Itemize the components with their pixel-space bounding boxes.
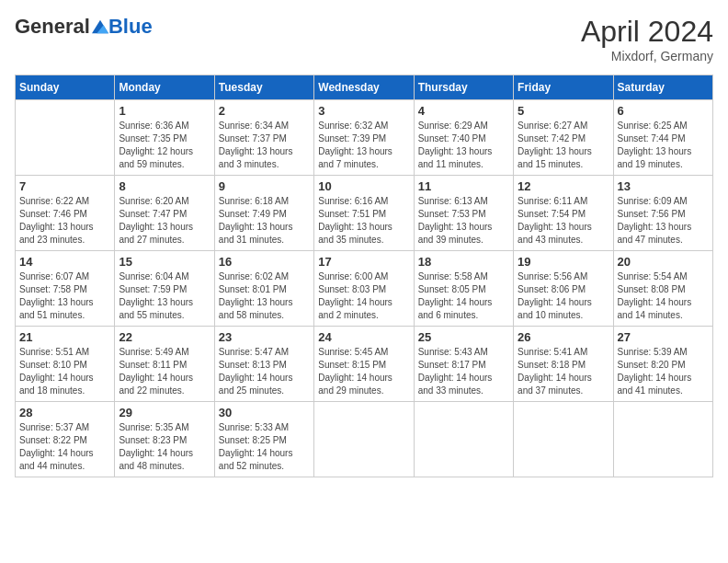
day-number: 23	[219, 330, 310, 344]
calendar-cell: 17Sunrise: 6:00 AMSunset: 8:03 PMDayligh…	[314, 251, 414, 327]
calendar-cell: 20Sunrise: 5:54 AMSunset: 8:08 PMDayligh…	[613, 251, 712, 327]
day-number: 1	[119, 104, 210, 118]
day-info: Sunrise: 5:49 AMSunset: 8:11 PMDaylight:…	[119, 346, 210, 397]
day-info: Sunrise: 6:32 AMSunset: 7:39 PMDaylight:…	[318, 120, 409, 171]
day-number: 22	[119, 330, 210, 344]
calendar-cell: 9Sunrise: 6:18 AMSunset: 7:49 PMDaylight…	[214, 176, 313, 251]
day-number: 30	[219, 406, 310, 419]
calendar-cell	[16, 100, 115, 176]
day-number: 6	[618, 104, 709, 118]
day-number: 12	[518, 179, 609, 193]
calendar-week-row: 28Sunrise: 5:37 AMSunset: 8:22 PMDayligh…	[16, 402, 713, 477]
day-info: Sunrise: 6:27 AMSunset: 7:42 PMDaylight:…	[518, 120, 609, 171]
day-info: Sunrise: 6:29 AMSunset: 7:40 PMDaylight:…	[418, 120, 509, 171]
day-number: 25	[418, 330, 509, 344]
day-info: Sunrise: 6:11 AMSunset: 7:54 PMDaylight:…	[518, 195, 609, 247]
calendar-cell: 16Sunrise: 6:02 AMSunset: 8:01 PMDayligh…	[214, 251, 313, 327]
day-number: 2	[219, 104, 310, 118]
calendar-cell: 4Sunrise: 6:29 AMSunset: 7:40 PMDaylight…	[414, 100, 513, 176]
day-info: Sunrise: 5:37 AMSunset: 8:22 PMDaylight:…	[19, 421, 110, 473]
day-number: 24	[318, 330, 409, 344]
calendar-cell: 15Sunrise: 6:04 AMSunset: 7:59 PMDayligh…	[115, 251, 214, 327]
calendar-week-row: 1Sunrise: 6:36 AMSunset: 7:35 PMDaylight…	[16, 100, 713, 176]
day-info: Sunrise: 5:47 AMSunset: 8:13 PMDaylight:…	[219, 346, 310, 397]
day-info: Sunrise: 6:16 AMSunset: 7:51 PMDaylight:…	[318, 195, 409, 247]
calendar-cell: 26Sunrise: 5:41 AMSunset: 8:18 PMDayligh…	[514, 327, 613, 402]
header-day: Sunday	[16, 75, 115, 100]
day-number: 10	[318, 179, 409, 193]
calendar-header: SundayMondayTuesdayWednesdayThursdayFrid…	[16, 75, 713, 100]
calendar-cell: 1Sunrise: 6:36 AMSunset: 7:35 PMDaylight…	[115, 100, 214, 176]
calendar-cell: 11Sunrise: 6:13 AMSunset: 7:53 PMDayligh…	[414, 176, 513, 251]
day-number: 13	[618, 179, 709, 193]
day-number: 28	[19, 406, 110, 419]
calendar-cell	[514, 402, 613, 477]
day-info: Sunrise: 5:35 AMSunset: 8:23 PMDaylight:…	[119, 421, 210, 473]
day-info: Sunrise: 6:34 AMSunset: 7:37 PMDaylight:…	[219, 120, 310, 171]
day-number: 7	[19, 179, 110, 193]
header-day: Saturday	[613, 75, 712, 100]
calendar-cell: 22Sunrise: 5:49 AMSunset: 8:11 PMDayligh…	[115, 327, 214, 402]
calendar-week-row: 14Sunrise: 6:07 AMSunset: 7:58 PMDayligh…	[16, 251, 713, 327]
calendar-week-row: 21Sunrise: 5:51 AMSunset: 8:10 PMDayligh…	[16, 327, 713, 402]
day-number: 21	[19, 330, 110, 344]
day-number: 9	[219, 179, 310, 193]
day-number: 29	[119, 406, 210, 419]
logo-general: General	[15, 15, 90, 39]
day-number: 4	[418, 104, 509, 118]
logo-icon	[92, 18, 108, 35]
location: Mixdorf, Germany	[581, 49, 713, 63]
calendar-cell: 10Sunrise: 6:16 AMSunset: 7:51 PMDayligh…	[314, 176, 414, 251]
day-number: 17	[318, 255, 409, 269]
calendar-cell: 23Sunrise: 5:47 AMSunset: 8:13 PMDayligh…	[214, 327, 313, 402]
calendar-cell: 13Sunrise: 6:09 AMSunset: 7:56 PMDayligh…	[613, 176, 712, 251]
calendar-table: SundayMondayTuesdayWednesdayThursdayFrid…	[15, 75, 713, 477]
logo-blue: Blue	[108, 15, 153, 39]
day-number: 19	[518, 255, 609, 269]
day-info: Sunrise: 6:25 AMSunset: 7:44 PMDaylight:…	[618, 120, 709, 171]
calendar-cell: 6Sunrise: 6:25 AMSunset: 7:44 PMDaylight…	[613, 100, 712, 176]
page-header: General Blue April 2024 Mixdorf, Germany	[15, 15, 713, 63]
header-day: Monday	[115, 75, 214, 100]
day-info: Sunrise: 6:00 AMSunset: 8:03 PMDaylight:…	[318, 270, 409, 322]
calendar-cell: 2Sunrise: 6:34 AMSunset: 7:37 PMDaylight…	[214, 100, 313, 176]
day-info: Sunrise: 6:13 AMSunset: 7:53 PMDaylight:…	[418, 195, 509, 247]
day-number: 27	[618, 330, 709, 344]
header-day: Tuesday	[214, 75, 313, 100]
day-number: 8	[119, 179, 210, 193]
calendar-cell: 14Sunrise: 6:07 AMSunset: 7:58 PMDayligh…	[16, 251, 115, 327]
day-info: Sunrise: 5:54 AMSunset: 8:08 PMDaylight:…	[618, 270, 709, 322]
calendar-cell: 28Sunrise: 5:37 AMSunset: 8:22 PMDayligh…	[16, 402, 115, 477]
day-info: Sunrise: 5:51 AMSunset: 8:10 PMDaylight:…	[19, 346, 110, 397]
day-number: 18	[418, 255, 509, 269]
calendar-cell: 8Sunrise: 6:20 AMSunset: 7:47 PMDaylight…	[115, 176, 214, 251]
title-block: April 2024 Mixdorf, Germany	[581, 15, 713, 63]
day-info: Sunrise: 6:18 AMSunset: 7:49 PMDaylight:…	[219, 195, 310, 247]
header-day: Wednesday	[314, 75, 414, 100]
calendar-cell: 30Sunrise: 5:33 AMSunset: 8:25 PMDayligh…	[214, 402, 313, 477]
calendar-cell: 29Sunrise: 5:35 AMSunset: 8:23 PMDayligh…	[115, 402, 214, 477]
calendar-cell: 5Sunrise: 6:27 AMSunset: 7:42 PMDaylight…	[514, 100, 613, 176]
day-info: Sunrise: 6:20 AMSunset: 7:47 PMDaylight:…	[119, 195, 210, 247]
calendar-cell: 21Sunrise: 5:51 AMSunset: 8:10 PMDayligh…	[16, 327, 115, 402]
day-info: Sunrise: 6:04 AMSunset: 7:59 PMDaylight:…	[119, 270, 210, 322]
header-day: Thursday	[414, 75, 513, 100]
day-info: Sunrise: 5:39 AMSunset: 8:20 PMDaylight:…	[618, 346, 709, 397]
day-number: 20	[618, 255, 709, 269]
header-day: Friday	[514, 75, 613, 100]
day-info: Sunrise: 6:36 AMSunset: 7:35 PMDaylight:…	[119, 120, 210, 171]
calendar-cell: 12Sunrise: 6:11 AMSunset: 7:54 PMDayligh…	[514, 176, 613, 251]
day-info: Sunrise: 6:07 AMSunset: 7:58 PMDaylight:…	[19, 270, 110, 322]
day-number: 11	[418, 179, 509, 193]
calendar-cell: 3Sunrise: 6:32 AMSunset: 7:39 PMDaylight…	[314, 100, 414, 176]
day-number: 3	[318, 104, 409, 118]
calendar-cell: 18Sunrise: 5:58 AMSunset: 8:05 PMDayligh…	[414, 251, 513, 327]
day-number: 26	[518, 330, 609, 344]
calendar-cell: 25Sunrise: 5:43 AMSunset: 8:17 PMDayligh…	[414, 327, 513, 402]
day-info: Sunrise: 5:41 AMSunset: 8:18 PMDaylight:…	[518, 346, 609, 397]
day-info: Sunrise: 5:58 AMSunset: 8:05 PMDaylight:…	[418, 270, 509, 322]
calendar-cell: 19Sunrise: 5:56 AMSunset: 8:06 PMDayligh…	[514, 251, 613, 327]
day-info: Sunrise: 6:09 AMSunset: 7:56 PMDaylight:…	[618, 195, 709, 247]
day-info: Sunrise: 5:33 AMSunset: 8:25 PMDaylight:…	[219, 421, 310, 473]
month-title: April 2024	[581, 15, 713, 49]
